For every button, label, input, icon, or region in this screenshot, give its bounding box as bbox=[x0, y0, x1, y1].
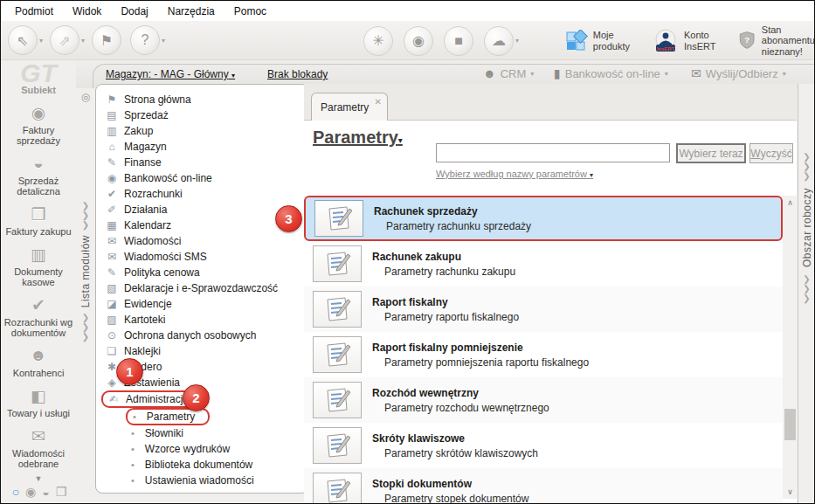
parameter-row[interactable]: Rozchód wewnętrzny Parametry rozchodu we… bbox=[304, 377, 783, 423]
module-button[interactable]: ❒ Faktury zakupu bbox=[2, 200, 75, 240]
tab-parametry[interactable]: Parametry ✕ bbox=[311, 93, 388, 121]
vertical-scrollbar[interactable]: ∧ ∨ bbox=[783, 196, 798, 499]
tree-item[interactable]: ✉ Wiadomości SMS bbox=[101, 249, 307, 265]
chevron-right-icon[interactable]: ❯ bbox=[803, 152, 810, 162]
chevron-right-icon[interactable]: ❯ bbox=[803, 171, 810, 181]
close-tab-icon[interactable]: ✕ bbox=[375, 97, 382, 107]
module-button[interactable]: ☻ Kontrahenci bbox=[2, 342, 75, 382]
moje-produkty-button[interactable]: Mojeprodukty bbox=[565, 30, 630, 52]
menu-item[interactable]: Widok bbox=[64, 3, 110, 20]
chevron-down-icon[interactable]: ▾ bbox=[515, 37, 519, 45]
parameter-subtitle: Parametry pomniejszenia raportu fiskalne… bbox=[372, 356, 589, 369]
crm-dropdown[interactable]: ☻ CRM ▾ bbox=[483, 66, 534, 80]
module-icon: ☻ bbox=[25, 344, 52, 367]
tree-item[interactable]: ◪ Ewidencje bbox=[101, 296, 307, 312]
toolbar-button[interactable]: ✳ bbox=[363, 26, 395, 56]
chevron-right-icon[interactable]: ❯ bbox=[803, 162, 810, 171]
tree-item[interactable]: ◉ Bankowość on-line bbox=[101, 170, 307, 186]
tree-item[interactable]: Słowniki bbox=[101, 425, 307, 441]
svg-text:InsERT: InsERT bbox=[657, 45, 675, 51]
parameter-row[interactable]: Skróty klawiszowe Parametry skrótów klaw… bbox=[304, 423, 783, 468]
subscription-shield-icon: ? bbox=[738, 28, 756, 52]
stan-abonamentu-button[interactable]: ? Stan abonamentunieznany! bbox=[738, 24, 815, 58]
toolbar-button[interactable]: ◉ bbox=[404, 26, 435, 56]
annotation-step-3-badge: 3 bbox=[275, 205, 302, 232]
tree-item[interactable]: Ustawienia wiadomości bbox=[101, 473, 307, 488]
module-button[interactable]: ◧ Towary i usługi bbox=[2, 382, 75, 422]
chevron-right-icon[interactable]: ❯ bbox=[82, 322, 89, 332]
module-mini-icon[interactable]: ❒ bbox=[56, 485, 67, 499]
menu-item[interactable]: Dodaj bbox=[112, 3, 156, 20]
wyczysc-button[interactable]: Wyczyść bbox=[749, 143, 793, 163]
toolbar-button[interactable]: ☁ ▾ bbox=[484, 26, 519, 56]
chevron-down-icon[interactable]: ▾ bbox=[39, 37, 43, 45]
chevron-right-icon[interactable]: ❯ bbox=[82, 201, 89, 211]
pin-icon[interactable]: ◎ bbox=[81, 91, 90, 103]
wyslij-odbierz-dropdown[interactable]: ✉ Wyślij/Odbierz ▾ bbox=[691, 66, 786, 80]
chevron-right-icon[interactable]: ❯ bbox=[803, 274, 810, 284]
module-mini-icon[interactable]: ○ bbox=[12, 485, 19, 499]
filter-by-name-link[interactable]: Wybierz według nazwy parametrów ▾ bbox=[436, 169, 593, 179]
tree-item[interactable]: ▧ Deklaracje i e-Sprawozdawczość bbox=[101, 280, 307, 296]
chevron-right-icon[interactable]: ❯ bbox=[82, 332, 89, 342]
module-button[interactable]: ▥ Dokumenty kasowe bbox=[2, 240, 75, 291]
page-title[interactable]: Parametry▾ bbox=[313, 128, 403, 148]
module-mini-icon[interactable]: ◒ bbox=[42, 485, 49, 499]
module-button[interactable]: ◉ Faktury sprzedaży bbox=[2, 99, 75, 149]
chevron-right-icon[interactable]: ❯ bbox=[82, 211, 89, 220]
scroll-down-arrow[interactable]: ∨ bbox=[783, 485, 798, 499]
chevron-right-icon[interactable]: ❯ bbox=[803, 284, 810, 293]
tree-item[interactable]: Biblioteka dokumentów bbox=[101, 457, 307, 473]
tree-item[interactable]: ✉ Wiadomości bbox=[101, 233, 307, 249]
wybierz-teraz-button[interactable]: Wybierz teraz bbox=[676, 143, 746, 163]
parameter-row[interactable]: Raport fiskalny Parametry raportu fiskal… bbox=[304, 287, 783, 332]
scrollbar-thumb[interactable] bbox=[784, 409, 796, 440]
tree-item[interactable]: ✎ Polityka cenowa bbox=[101, 265, 307, 280]
parameter-row[interactable]: Rachunek zakupu Parametry rachunku zakup… bbox=[304, 241, 783, 287]
chevron-right-icon[interactable]: ❯ bbox=[803, 293, 810, 303]
magazyn-selector[interactable]: Magazyn: - MAG - Główny ▾ bbox=[106, 68, 235, 80]
modules-strip-label[interactable]: Lista modułów bbox=[79, 235, 92, 307]
tree-item[interactable]: ▥ Zakup bbox=[101, 123, 307, 139]
menu-item[interactable]: Pomoc bbox=[225, 3, 275, 20]
workspace-strip-label[interactable]: Obszar roboczy bbox=[801, 188, 813, 267]
chevron-right-icon[interactable]: ❯ bbox=[82, 313, 89, 322]
chevron-right-icon[interactable]: ❯ bbox=[82, 220, 89, 230]
toolbar-button[interactable]: ⇗ ▾ bbox=[50, 25, 85, 55]
module-mini-icon[interactable]: ◉ bbox=[25, 485, 36, 499]
module-button[interactable]: ✉ Wiadomości odebrane bbox=[2, 422, 75, 473]
toolbar-button[interactable]: ■ bbox=[444, 26, 475, 56]
module-button[interactable]: ◒ Sprzedaż detaliczna bbox=[2, 149, 75, 200]
parameter-row[interactable]: Rachunek sprzedaży Parametry rachunku sp… bbox=[304, 196, 783, 241]
chevron-down-icon[interactable]: ▾ bbox=[162, 37, 165, 45]
parameter-row[interactable]: Stopki dokumentów Parametry stopek dokum… bbox=[304, 468, 783, 504]
main-toolbar: ⇖ ▾ ⇗ ▾ ⚑ ? ▾ bbox=[1, 21, 814, 60]
parameter-search-input[interactable] bbox=[436, 143, 670, 162]
collapse-modules-arrow[interactable]: ▼ bbox=[1, 474, 76, 483]
tree-item-icon: ▤ bbox=[105, 109, 119, 121]
toolbar-button[interactable]: ? ▾ bbox=[130, 25, 165, 55]
module-button[interactable]: ✔ Rozrachunki wg dokumentów bbox=[2, 291, 75, 342]
tree-item[interactable]: ⚑ Strona główna bbox=[101, 92, 307, 107]
chevron-down-icon[interactable]: ▾ bbox=[81, 37, 85, 45]
toolbar-right-icons: ✳ ◉ ■ ☁ ▾ bbox=[363, 26, 519, 56]
chevron-down-icon: ▾ bbox=[530, 70, 534, 78]
bankowosc-dropdown[interactable]: ▮ Bankowość on-line ▾ bbox=[554, 66, 668, 80]
tree-item[interactable]: ⊙ Ochrona danych osobowych bbox=[101, 328, 307, 343]
scroll-up-arrow[interactable]: ∧ bbox=[783, 196, 798, 210]
toolbar-button[interactable]: ⇖ ▾ bbox=[8, 25, 43, 55]
menu-item[interactable]: Podmiot bbox=[6, 3, 62, 20]
tree-item[interactable]: ✎ Finanse bbox=[101, 155, 307, 170]
strip-chevrons: ❯ ❯ ❯ bbox=[803, 274, 810, 303]
tree-item[interactable]: ❏ Naklejki bbox=[101, 343, 307, 359]
tree-item[interactable]: Wzorce wydruków bbox=[101, 441, 307, 457]
menu-item[interactable]: Narzędzia bbox=[159, 3, 224, 20]
konto-insert-button[interactable]: InsERT KontoInsERT bbox=[653, 29, 715, 53]
toolbar-button[interactable]: ⚑ bbox=[92, 25, 123, 55]
tree-item[interactable]: ⌂ Magazyn bbox=[101, 139, 307, 155]
tree-item[interactable]: ▤ Sprzedaż bbox=[101, 107, 307, 123]
tree-item[interactable]: ✔ Rozrachunki bbox=[101, 186, 307, 202]
tree-item[interactable]: ▨ Kartoteki bbox=[101, 312, 307, 328]
blokada-link[interactable]: Brak blokady bbox=[267, 68, 328, 80]
parameter-row[interactable]: Raport fiskalny pomniejszenie Parametry … bbox=[304, 332, 783, 377]
